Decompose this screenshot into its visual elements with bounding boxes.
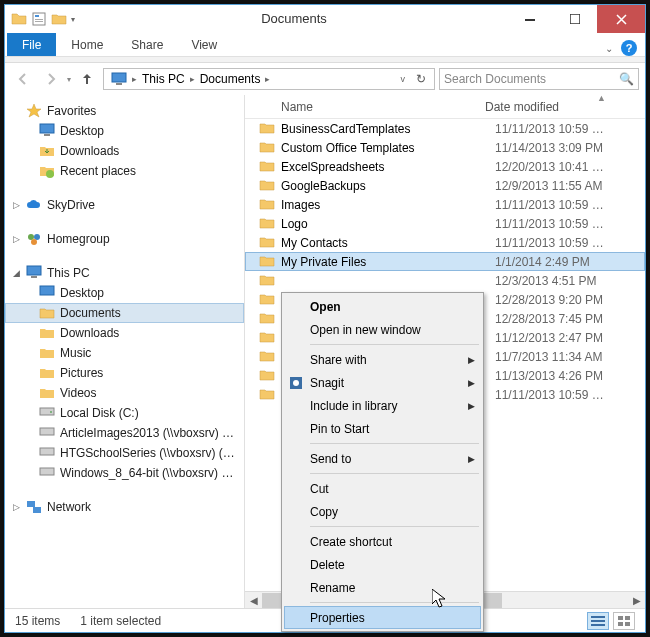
cm-share-with[interactable]: Share with▶ [284, 348, 481, 371]
svg-rect-17 [40, 408, 54, 415]
nav-favorites[interactable]: Favorites [5, 101, 244, 121]
column-header-name[interactable]: Name [245, 100, 481, 114]
scroll-left-icon[interactable]: ◀ [245, 595, 262, 606]
disclosure-open-icon[interactable]: ◢ [11, 268, 21, 278]
minimize-button[interactable] [507, 5, 552, 33]
chevron-right-icon[interactable]: ▸ [265, 74, 270, 84]
scroll-right-icon[interactable]: ▶ [628, 595, 645, 606]
cm-properties[interactable]: Properties [284, 606, 481, 629]
nav-favorites-recent[interactable]: Recent places [5, 161, 244, 181]
forward-button[interactable] [39, 67, 63, 91]
breadcrumb-dropdown-icon[interactable]: v [396, 69, 411, 89]
file-row[interactable]: GoogleBackups12/9/2013 11:55 AM [245, 176, 645, 195]
cm-rename[interactable]: Rename [284, 576, 481, 599]
tab-share[interactable]: Share [118, 33, 176, 56]
cm-include-library[interactable]: Include in library▶ [284, 394, 481, 417]
nav-pc-network-drive-e[interactable]: ArticleImages2013 (\\vboxsrv) (E:) [5, 423, 244, 443]
cm-create-shortcut[interactable]: Create shortcut [284, 530, 481, 553]
breadcrumb[interactable]: ▸ This PC ▸ Documents ▸ v ↻ [103, 68, 435, 90]
nav-pc-network-drive-h[interactable]: Windows_8_64-bit (\\vboxsrv) (H:) [5, 463, 244, 483]
cm-copy[interactable]: Copy [284, 500, 481, 523]
nav-pc-videos[interactable]: Videos [5, 383, 244, 403]
cm-delete[interactable]: Delete [284, 553, 481, 576]
file-row[interactable]: My Contacts11/11/2013 10:59 … [245, 233, 645, 252]
svg-rect-8 [40, 124, 54, 133]
recent-dropdown-icon[interactable]: ▾ [67, 75, 71, 84]
file-row[interactable]: ExcelSpreadsheets12/20/2013 10:41 … [245, 157, 645, 176]
disclosure-icon[interactable]: ▷ [11, 234, 21, 244]
svg-rect-3 [35, 21, 43, 22]
back-button[interactable] [11, 67, 35, 91]
sort-indicator-icon: ▲ [597, 95, 606, 103]
cm-pin-start[interactable]: Pin to Start [284, 417, 481, 440]
folder-icon [259, 330, 275, 346]
cm-separator [310, 344, 479, 345]
folder-icon [259, 368, 275, 384]
column-header-date[interactable]: Date modified [481, 100, 645, 114]
svg-point-11 [28, 234, 34, 240]
nav-pc-downloads[interactable]: Downloads [5, 323, 244, 343]
nav-pc-documents[interactable]: Documents [5, 303, 244, 323]
close-button[interactable] [597, 5, 645, 33]
breadcrumb-monitor-icon[interactable] [106, 69, 132, 89]
icons-view-button[interactable] [613, 612, 635, 630]
file-row[interactable]: Images11/11/2013 10:59 … [245, 195, 645, 214]
expand-ribbon-icon[interactable]: ⌄ [605, 43, 613, 54]
file-date: 11/11/2013 10:59 … [495, 122, 604, 136]
disclosure-icon[interactable]: ▷ [11, 200, 21, 210]
qat-dropdown-icon[interactable]: ▾ [71, 15, 75, 24]
tab-file[interactable]: File [7, 33, 56, 56]
nav-homegroup[interactable]: ▷ Homegroup [5, 229, 244, 249]
svg-rect-21 [40, 468, 54, 475]
search-input[interactable]: Search Documents 🔍 [439, 68, 639, 90]
disclosure-icon[interactable]: ▷ [11, 502, 21, 512]
nav-this-pc[interactable]: ◢ This PC [5, 263, 244, 283]
file-date: 11/11/2013 10:59 … [495, 198, 604, 212]
svg-rect-7 [116, 83, 122, 85]
pictures-icon [39, 365, 55, 381]
file-row[interactable]: BusinessCardTemplates11/11/2013 10:59 … [245, 119, 645, 138]
details-view-button[interactable] [587, 612, 609, 630]
file-row[interactable]: Logo11/11/2013 10:59 … [245, 214, 645, 233]
file-row[interactable]: 12/3/2013 4:51 PM [245, 271, 645, 290]
nav-favorites-downloads[interactable]: Downloads [5, 141, 244, 161]
nav-pc-local-disk[interactable]: Local Disk (C:) [5, 403, 244, 423]
nav-pc-desktop[interactable]: Desktop [5, 283, 244, 303]
up-button[interactable] [75, 67, 99, 91]
help-icon[interactable]: ? [621, 40, 637, 56]
nav-pc-pictures[interactable]: Pictures [5, 363, 244, 383]
desktop-icon [39, 123, 55, 139]
nav-pc-network-drive-g[interactable]: HTGSchoolSeries (\\vboxsrv) (G:) [5, 443, 244, 463]
network-drive-icon [39, 445, 55, 461]
file-row[interactable]: My Private Files1/1/2014 2:49 PM [245, 252, 645, 271]
svg-rect-19 [40, 428, 54, 435]
nav-network[interactable]: ▷ Network [5, 497, 244, 517]
svg-rect-29 [618, 622, 623, 626]
cm-open-new-window[interactable]: Open in new window [284, 318, 481, 341]
svg-rect-14 [27, 266, 41, 275]
refresh-button[interactable]: ↻ [410, 72, 432, 86]
folder-icon [259, 349, 275, 365]
properties-icon[interactable] [31, 11, 47, 27]
cm-snagit[interactable]: Snagit▶ [284, 371, 481, 394]
cm-separator [310, 443, 479, 444]
new-folder-icon[interactable] [51, 11, 67, 27]
maximize-button[interactable] [552, 5, 597, 33]
svg-rect-26 [591, 624, 605, 626]
file-name: GoogleBackups [281, 179, 495, 193]
breadcrumb-documents[interactable]: Documents [195, 69, 266, 89]
folder-icon [259, 311, 275, 327]
cm-open[interactable]: Open [284, 295, 481, 318]
cm-cut[interactable]: Cut [284, 477, 481, 500]
drive-icon [39, 405, 55, 421]
nav-favorites-desktop[interactable]: Desktop [5, 121, 244, 141]
tab-view[interactable]: View [178, 33, 230, 56]
file-row[interactable]: Custom Office Templates11/14/2013 3:09 P… [245, 138, 645, 157]
nav-pc-music[interactable]: Music [5, 343, 244, 363]
breadcrumb-this-pc[interactable]: This PC [137, 69, 190, 89]
nav-skydrive[interactable]: ▷ SkyDrive [5, 195, 244, 215]
submenu-arrow-icon: ▶ [468, 454, 475, 464]
cm-send-to[interactable]: Send to▶ [284, 447, 481, 470]
tab-home[interactable]: Home [58, 33, 116, 56]
folder-icon [259, 387, 275, 403]
